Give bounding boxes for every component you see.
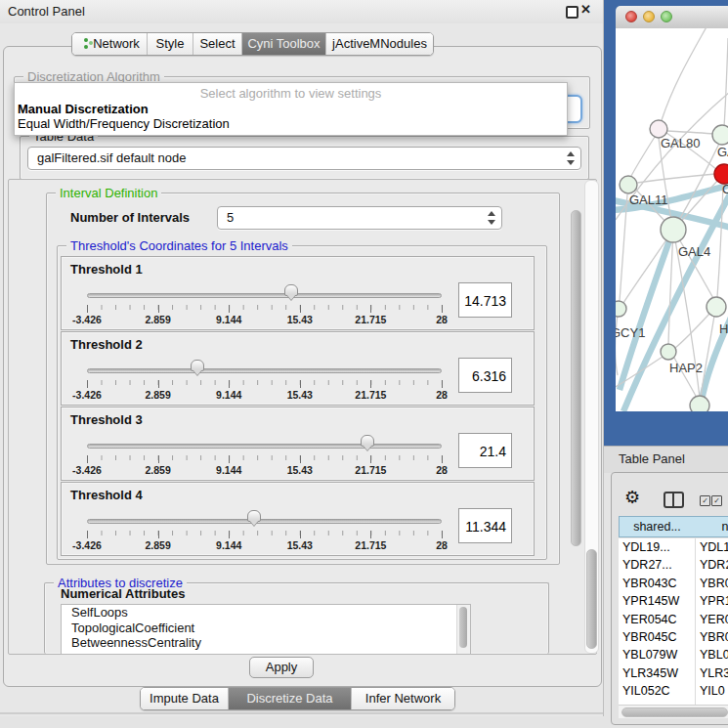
- algorithm-dropdown-popup: Select algorithm to view settings Manual…: [14, 82, 568, 136]
- slider-ticks: -3.426 2.859 9.144 15.43 21.715 28: [87, 380, 442, 402]
- control-panel-titlebar: [0, 0, 603, 23]
- network-node-hap2[interactable]: [661, 344, 676, 360]
- network-node-gal11[interactable]: [620, 176, 637, 193]
- node-label: GA: [717, 145, 728, 159]
- table-row[interactable]: YBR045CYBR0: [619, 628, 728, 646]
- tab-discretize-data[interactable]: Discretize Data: [228, 688, 351, 709]
- threshold-4-panel: Threshold 4 -3.426 2.859 9.144 15.43 21.…: [61, 482, 535, 556]
- node-label: GAL4: [678, 244, 710, 259]
- network-node-bottom[interactable]: [690, 396, 709, 411]
- threshold-2-label: Threshold 2: [70, 337, 143, 352]
- number-of-intervals-combobox[interactable]: 5: [217, 206, 502, 230]
- slider-track: [87, 519, 442, 524]
- checkbox-icon[interactable]: ✓: [711, 495, 722, 506]
- table-row[interactable]: YBL079WYBL0: [619, 646, 728, 664]
- threshold-3-label: Threshold 3: [70, 412, 143, 427]
- threshold-3-slider[interactable]: [87, 437, 442, 454]
- top-tab-bar: Network Style Select Cyni Toolbox jActiv…: [71, 32, 434, 56]
- outer-vertical-scrollbar[interactable]: [586, 549, 597, 649]
- table-data-combobox[interactable]: galFiltered.sif default node: [27, 147, 581, 170]
- float-window-icon[interactable]: [566, 6, 578, 19]
- threshold-3-value-field[interactable]: 21.4: [458, 433, 512, 468]
- node-label: GAL80: [661, 136, 700, 150]
- table-panel-title: Table Panel: [619, 451, 685, 466]
- tab-impute-data[interactable]: Impute Data: [141, 688, 228, 709]
- close-traffic-light-icon[interactable]: [625, 11, 637, 22]
- columns-icon[interactable]: [664, 492, 684, 508]
- checkbox-icon[interactable]: ✓: [700, 495, 710, 506]
- threshold-4-slider[interactable]: [87, 512, 442, 530]
- network-icon: [79, 38, 89, 50]
- tab-jactivemnodules[interactable]: jActiveMNodules: [325, 33, 433, 55]
- stepper-icon: [487, 211, 495, 225]
- slider-thumb[interactable]: [361, 435, 374, 447]
- tab-infer-network[interactable]: Infer Network: [351, 688, 454, 709]
- group-title-thresholds: Threshold's Coordinates for 5 Intervals: [66, 238, 292, 253]
- table-panel-window: ⚙ ✓ ✓ shared... n YDL19...YDL1 YDR27...Y…: [611, 472, 728, 725]
- threshold-4-value-field[interactable]: 11.344: [458, 508, 512, 543]
- horizontal-scrollbar[interactable]: [621, 707, 728, 717]
- table-row[interactable]: YIL052CYIL0: [619, 682, 728, 700]
- table-row[interactable]: YPR145WYPR1: [619, 592, 728, 610]
- threshold-2-panel: Threshold 2 -3.426 2.859 9.144 15.43 21.…: [61, 331, 535, 406]
- inner-vertical-scrollbar[interactable]: [571, 210, 581, 546]
- panel-title: Control Panel: [8, 4, 85, 19]
- slider-ticks: -3.426 2.859 9.144 15.43 21.715 28: [87, 305, 442, 326]
- zoom-traffic-light-icon[interactable]: [661, 11, 672, 22]
- minimize-traffic-light-icon[interactable]: [643, 11, 655, 22]
- network-node-ga[interactable]: [712, 125, 728, 145]
- list-item[interactable]: SelfLoops: [62, 605, 470, 621]
- network-node-gal4[interactable]: [661, 217, 686, 242]
- dropdown-item-manual[interactable]: Manual Discretization: [18, 102, 149, 116]
- tab-select[interactable]: Select: [193, 33, 241, 55]
- threshold-1-value-field[interactable]: 14.713: [458, 282, 512, 318]
- tab-cyni-toolbox[interactable]: Cyni Toolbox: [241, 33, 325, 55]
- dropdown-item-equal-width[interactable]: Equal Width/Frequency Discretization: [18, 116, 230, 131]
- node-label: HAP2: [669, 361, 703, 375]
- node-label: H: [719, 321, 728, 336]
- column-header-name[interactable]: n: [695, 516, 728, 537]
- tab-style[interactable]: Style: [147, 33, 193, 55]
- table-row[interactable]: YLR345WYLR3: [619, 664, 728, 682]
- slider-track: [87, 368, 442, 373]
- application: Control Panel ✕ Network Style Select Cyn…: [0, 0, 728, 728]
- number-of-intervals-label: Number of Intervals: [70, 210, 190, 225]
- node-label: GCY1: [616, 325, 645, 340]
- slider-track: [87, 293, 442, 298]
- gear-icon[interactable]: ⚙: [624, 487, 640, 508]
- list-item[interactable]: BetweennessCentrality: [62, 635, 470, 651]
- table-row[interactable]: YER054CYER0: [619, 611, 728, 628]
- window-bottom-edge: [0, 712, 603, 714]
- group-title-interval: Interval Definition: [56, 186, 161, 200]
- stepper-icon: [566, 151, 575, 165]
- network-canvas[interactable]: GAL80 GA C GAL11 GAL4 GCY1 H HAP2: [616, 28, 728, 411]
- network-node-h[interactable]: [707, 297, 726, 317]
- close-icon[interactable]: ✕: [580, 2, 591, 17]
- table-row[interactable]: YDR27...YDR2: [619, 556, 728, 574]
- table-data-value: galFiltered.sif default node: [37, 150, 186, 165]
- list-item[interactable]: TopologicalCoefficient: [62, 621, 470, 636]
- threshold-2-slider[interactable]: [87, 362, 442, 379]
- apply-button[interactable]: Apply: [249, 657, 314, 678]
- slider-thumb[interactable]: [284, 284, 298, 296]
- network-node-gcy1[interactable]: [616, 301, 626, 317]
- numerical-attributes-label: Numerical Attributes: [61, 586, 185, 601]
- threshold-4-label: Threshold 4: [70, 488, 143, 502]
- network-node-red[interactable]: [714, 164, 728, 184]
- network-window-titlebar[interactable]: [616, 6, 728, 29]
- numerical-attributes-list[interactable]: SelfLoops TopologicalCoefficient Between…: [61, 604, 471, 655]
- table-row[interactable]: YDL19...YDL1: [619, 538, 728, 556]
- table-row[interactable]: YBR043CYBR0: [619, 575, 728, 592]
- bottom-tab-bar: Impute Data Discretize Data Infer Networ…: [140, 687, 455, 710]
- tab-network[interactable]: Network: [72, 33, 147, 55]
- list-scrollbar[interactable]: [456, 605, 470, 654]
- node-label: C: [722, 182, 728, 196]
- slider-ticks: -3.426 2.859 9.144 15.43 21.715 28: [87, 455, 442, 477]
- node-label: GAL11: [629, 193, 668, 207]
- threshold-1-slider[interactable]: [87, 286, 442, 304]
- threshold-2-value-field[interactable]: 6.316: [458, 358, 512, 393]
- horizontal-scrollbar-track: [619, 705, 728, 718]
- slider-thumb[interactable]: [191, 360, 204, 371]
- column-header-shared[interactable]: shared...: [619, 516, 696, 537]
- slider-thumb[interactable]: [247, 510, 261, 522]
